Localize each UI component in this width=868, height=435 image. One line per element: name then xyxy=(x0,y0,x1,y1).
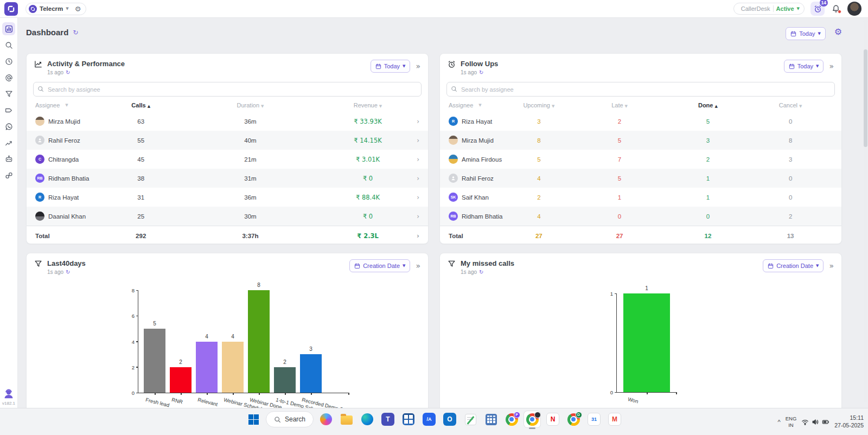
panel-date-filter[interactable]: Today ▼ xyxy=(784,60,824,73)
y-axis-tick-label: 2 xyxy=(132,364,135,370)
sidebar-item-search[interactable] xyxy=(2,39,15,52)
taskbar-icon-edge[interactable] xyxy=(359,411,375,427)
system-tray[interactable] xyxy=(801,418,829,426)
column-header-calls[interactable]: Calls▲ xyxy=(108,102,174,108)
taskbar-icon-teams[interactable]: T xyxy=(380,411,396,427)
volume-icon[interactable] xyxy=(812,418,819,426)
tray-overflow-caret[interactable]: ^ xyxy=(778,419,781,425)
expand-panel-icon[interactable]: » xyxy=(416,262,420,270)
taskbar-icon-gmail[interactable]: M xyxy=(607,411,623,427)
sidebar-item-tag[interactable] xyxy=(2,104,15,117)
table-row[interactable]: RBRidham Bhatia3831m₹ 0› xyxy=(27,169,428,188)
table-row[interactable]: Daanial Khan2530m₹ 0› xyxy=(27,207,428,226)
dashboard-settings-icon[interactable]: ⚙ xyxy=(834,28,842,36)
global-date-filter[interactable]: Today ▼ xyxy=(786,27,826,40)
workspace-switcher[interactable]: Telecrm ▼ ⚙ xyxy=(25,3,86,15)
support-headset-icon[interactable] xyxy=(3,388,15,400)
taskbar-icon-copilot[interactable] xyxy=(318,411,334,427)
sidebar-item-trend[interactable] xyxy=(2,136,15,149)
column-header-done[interactable]: Done▲ xyxy=(668,102,749,108)
taskbar-icon-netflix[interactable]: N xyxy=(545,411,561,427)
expand-panel-icon[interactable]: » xyxy=(416,62,420,70)
table-row[interactable]: CChitrangda4521m₹ 3.01K› xyxy=(27,150,428,169)
reminders-button[interactable]: 14 xyxy=(810,2,825,16)
table-row[interactable]: RRiza Hayat3136m₹ 88.4K› xyxy=(27,188,428,207)
taskbar-icon-chrome-profile-active[interactable] xyxy=(524,411,540,427)
expand-panel-icon[interactable]: » xyxy=(829,262,834,270)
table-row[interactable]: Rahil Feroz5540m₹ 14.15K› xyxy=(27,131,428,150)
page-scrollbar[interactable] xyxy=(864,20,867,402)
date-filter-label: Today xyxy=(799,30,815,37)
panel-date-filter[interactable]: Today ▼ xyxy=(371,60,411,73)
sidebar-item-link[interactable] xyxy=(2,169,15,182)
taskbar-icon-explorer[interactable] xyxy=(339,411,355,427)
column-header-duration[interactable]: Duration▼ xyxy=(174,102,327,108)
panel-date-filter[interactable]: Creation Date ▼ xyxy=(349,259,410,272)
column-header-assignee[interactable]: Assignee▼ xyxy=(35,102,108,108)
refresh-icon[interactable]: ↻ xyxy=(66,269,70,275)
column-header-upcoming[interactable]: Upcoming▼ xyxy=(506,102,571,108)
telecrm-logo[interactable] xyxy=(4,2,18,16)
search-input[interactable] xyxy=(33,82,422,97)
chevron-right-icon[interactable]: › xyxy=(409,118,419,125)
language-indicator[interactable]: ENG IN xyxy=(786,415,797,428)
sidebar-item-funnel[interactable] xyxy=(2,87,15,100)
assignee-name: Saif Khan xyxy=(462,194,489,201)
chevron-right-icon[interactable]: › xyxy=(409,156,419,163)
panel-date-filter[interactable]: Creation Date ▼ xyxy=(763,259,824,272)
chevron-right-icon[interactable]: › xyxy=(409,175,419,182)
sidebar-item-at[interactable] xyxy=(2,71,15,84)
search-input[interactable] xyxy=(446,82,835,97)
taskbar-clock[interactable]: 15:11 27-05-2025 xyxy=(834,414,864,429)
chevron-right-icon[interactable]: › xyxy=(409,232,419,240)
battery-icon[interactable] xyxy=(822,418,829,426)
table-row[interactable]: Mirza Mujid8538 xyxy=(440,131,841,150)
taskbar-icon-chrome-profile-d[interactable]: D xyxy=(565,411,582,427)
sidebar-item-dashboard[interactable] xyxy=(2,22,15,35)
chevron-right-icon[interactable]: › xyxy=(409,194,419,201)
taskbar-icon-chrome-profile-p[interactable]: P xyxy=(503,411,520,427)
taskbar-icon-calculator[interactable] xyxy=(483,411,499,427)
assignee-cell: SKSaif Khan xyxy=(449,193,506,202)
taskbar-icon-outlook[interactable]: O xyxy=(442,411,458,427)
refresh-icon[interactable]: ↻ xyxy=(479,69,483,75)
wifi-icon[interactable] xyxy=(801,418,809,426)
column-header-revenue[interactable]: Revenue▼ xyxy=(327,102,409,108)
assignee-avatar: C xyxy=(35,155,44,164)
taskbar-icon-office-briefcase[interactable] xyxy=(400,411,417,427)
expand-panel-icon[interactable]: » xyxy=(829,62,834,70)
table-row[interactable]: SKSaif Khan2110 xyxy=(440,188,841,207)
column-header-assignee[interactable]: Assignee▼ xyxy=(449,102,506,108)
table-row[interactable]: Rahil Feroz4510 xyxy=(440,169,841,188)
table-row[interactable]: Amina Firdous5723 xyxy=(440,150,841,169)
taskbar-icon-notes[interactable] xyxy=(462,411,478,427)
chevron-right-icon[interactable]: › xyxy=(409,213,419,220)
taskbar-icon-google-calendar[interactable]: 31 xyxy=(586,411,602,427)
workspace-settings-icon[interactable]: ⚙ xyxy=(75,5,81,12)
scrollbar-thumb[interactable] xyxy=(864,49,867,147)
chevron-down-icon: ▼ xyxy=(816,64,819,68)
sort-arrow-icon: ▼ xyxy=(552,104,554,108)
user-avatar[interactable] xyxy=(847,2,861,16)
google-calendar-icon: 31 xyxy=(588,413,601,426)
taskbar-icon-start[interactable] xyxy=(245,411,261,427)
column-header-late[interactable]: Late▼ xyxy=(572,102,668,108)
taskbar-icon-app-a[interactable]: /A xyxy=(421,411,437,427)
notifications-button[interactable] xyxy=(831,3,841,14)
funnel-icon xyxy=(448,260,456,268)
column-header-cancel[interactable]: Cancel▼ xyxy=(748,102,833,108)
refresh-icon[interactable]: ↻ xyxy=(479,269,483,275)
chevron-right-icon[interactable]: › xyxy=(409,137,419,144)
calendar-icon xyxy=(768,263,774,269)
callerdesk-status[interactable]: CallerDesk Active ▼ xyxy=(733,3,805,15)
table-row[interactable]: RBRidham Bhatia4002 xyxy=(440,207,841,226)
refresh-icon[interactable]: ↻ xyxy=(66,69,70,75)
refresh-icon[interactable]: ↻ xyxy=(73,29,78,36)
sidebar-item-whatsapp[interactable] xyxy=(2,120,15,133)
table-row[interactable]: RRiza Hayat3250 xyxy=(440,112,841,131)
table-row[interactable]: Mirza Mujid6336m₹ 33.93K› xyxy=(27,112,428,131)
windows-taskbar: SearchT/AOPND31M ^ ENG IN 15:11 27-05-20… xyxy=(0,408,868,435)
sidebar-item-clock[interactable] xyxy=(2,55,15,68)
sidebar-item-bot[interactable] xyxy=(2,152,15,165)
taskbar-search[interactable]: Search xyxy=(266,411,314,427)
